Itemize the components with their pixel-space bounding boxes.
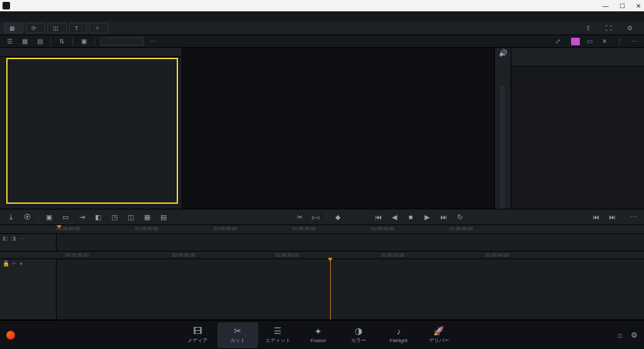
- inspector-button[interactable]: ⚙: [622, 23, 640, 33]
- page-cut-icon: ✂: [234, 326, 242, 336]
- viewer-canvas[interactable]: [182, 48, 494, 209]
- track-tool-3-icon[interactable]: ↔: [19, 235, 25, 241]
- view-strip-icon[interactable]: ▤: [34, 36, 45, 47]
- home-button[interactable]: ⌂: [618, 331, 622, 340]
- transport-next-icon[interactable]: ⏭: [438, 213, 449, 221]
- page-fairlight[interactable]: ♪Fairlight: [379, 323, 419, 348]
- transport-rev-icon[interactable]: ◀: [389, 213, 400, 221]
- tool-append-icon[interactable]: ▭: [60, 213, 71, 221]
- options-icon[interactable]: ⋯: [148, 36, 159, 47]
- ruler-mark: 01:00:00:00: [292, 226, 316, 231]
- page-cut-label: カット: [230, 337, 245, 344]
- page-media-icon: 🎞: [193, 326, 202, 336]
- track-tool-2-icon[interactable]: ◨: [11, 235, 16, 241]
- tab-mediapool[interactable]: ▦: [4, 23, 23, 33]
- view-thumb-icon[interactable]: ▦: [19, 36, 30, 47]
- inspector-empty-text: [511, 67, 644, 209]
- page-deliver-icon: 🚀: [433, 326, 444, 336]
- tool-markers-icon[interactable]: ◆: [332, 213, 343, 221]
- minimize-button[interactable]: —: [602, 3, 609, 9]
- page-edit[interactable]: ☰エディット: [258, 323, 298, 348]
- timeline-ruler-upper[interactable]: 01:00:00:0001:00:00:0001:00:00:0001:00:0…: [0, 225, 644, 234]
- quick-export-button[interactable]: ⇪: [580, 23, 598, 33]
- tab-syncbin[interactable]: ⟳: [26, 23, 45, 33]
- transport-jumpend-icon[interactable]: ⏭: [606, 213, 618, 221]
- app-icon: [3, 2, 10, 9]
- inspector-panel: [511, 48, 644, 209]
- ruler2-mark: 00:59:58:00: [172, 253, 195, 257]
- workspace-tab-strip: ▦ ⟳ ◫ T ✧ ⇪ ⛶ ⚙: [0, 21, 644, 35]
- playhead[interactable]: [330, 259, 331, 319]
- page-nav: 🎞メディア✂カット☰エディット✦Fusion◑カラー♪Fairlight🚀デリバ…: [0, 320, 644, 349]
- export-icon: ⇪: [586, 25, 591, 31]
- media-pool-header[interactable]: [0, 48, 182, 57]
- tool-source-icon[interactable]: ◫: [125, 213, 136, 221]
- ruler-mark: 01:00:00:00: [57, 226, 80, 231]
- tab-effects[interactable]: ✧: [89, 23, 108, 33]
- ruler-mark: 01:00:00:00: [450, 226, 473, 231]
- page-fairlight-icon: ♪: [396, 326, 401, 336]
- tool-split-icon[interactable]: ✂: [294, 213, 305, 221]
- tool-replace-icon[interactable]: ▤: [158, 213, 169, 221]
- volume-icon[interactable]: 🔊: [499, 49, 508, 57]
- view-list-icon[interactable]: ☰: [4, 36, 15, 47]
- ruler2-mark: 01:00:00:00: [275, 253, 299, 257]
- inspector-icon: ⚙: [627, 25, 633, 31]
- effects-icon: ✧: [95, 25, 100, 31]
- track-enable-icon[interactable]: ●: [19, 260, 23, 267]
- track-lock-icon[interactable]: 🔒: [3, 260, 9, 267]
- transport-stop-icon[interactable]: ■: [405, 213, 416, 221]
- page-fairlight-label: Fairlight: [390, 338, 408, 343]
- os-titlebar: — ☐ ✕: [0, 0, 644, 11]
- tool-closeup-icon[interactable]: ◧: [92, 213, 104, 221]
- menu-dots-icon[interactable]: ⋮: [614, 36, 625, 47]
- upper-track-body[interactable]: [57, 234, 644, 251]
- ruler-mark: 01:00:00:00: [371, 226, 394, 231]
- lower-track-body[interactable]: [57, 259, 644, 319]
- transport-jumpstart-icon[interactable]: ⏮: [590, 213, 601, 221]
- safe-area-icon[interactable]: ▭: [584, 36, 595, 47]
- timeline-options-icon[interactable]: ⋯: [628, 213, 639, 221]
- close-button[interactable]: ✕: [635, 3, 641, 9]
- tool-import-icon[interactable]: ⤓: [5, 213, 16, 221]
- mediapool-icon: ▦: [9, 25, 15, 31]
- guides-icon[interactable]: ✕: [599, 36, 610, 47]
- search-input[interactable]: [100, 37, 144, 46]
- page-color[interactable]: ◑カラー: [338, 323, 379, 348]
- project-settings-button[interactable]: ⚙: [631, 331, 638, 340]
- sort-icon[interactable]: ⇅: [56, 36, 67, 47]
- page-cut[interactable]: ✂カット: [218, 323, 258, 348]
- tool-dissolve-icon[interactable]: ▹◃: [310, 213, 321, 221]
- media-pool-droparea[interactable]: [0, 57, 182, 209]
- maximize-button[interactable]: ☐: [619, 3, 625, 9]
- track-tool-1-icon[interactable]: ◧: [3, 235, 8, 241]
- page-fusion[interactable]: ✦Fusion: [298, 323, 338, 348]
- page-media[interactable]: 🎞メディア: [177, 323, 218, 348]
- view-grid-icon[interactable]: ▣: [78, 36, 89, 47]
- timeline-ruler-lower[interactable]: 00:59:56:0000:59:58:0001:00:00:0001:00:0…: [0, 252, 644, 259]
- audio-meter-lane: 🔊: [494, 48, 511, 209]
- page-deliver[interactable]: 🚀デリバー: [419, 323, 459, 348]
- tab-transitions[interactable]: ◫: [47, 23, 67, 33]
- tab-titles[interactable]: T: [69, 23, 87, 33]
- clip-color-swatch[interactable]: [571, 38, 580, 45]
- zoom-fit-icon[interactable]: ⤢: [552, 36, 564, 47]
- track-header-v1: 🔒 ✂ ●: [0, 259, 57, 319]
- track-header-tools: ◧ ◨ ↔: [0, 234, 57, 251]
- fullscreen-button[interactable]: ⛶: [601, 23, 619, 33]
- viewer-panel: 🔊: [182, 48, 511, 209]
- track-cut-icon[interactable]: ✂: [12, 260, 17, 267]
- tool-smartinsert-icon[interactable]: ▣: [43, 213, 55, 221]
- transport-prev-icon[interactable]: ⏮: [372, 213, 384, 221]
- transport-play-icon[interactable]: ▶: [421, 213, 433, 221]
- transport-loop-icon[interactable]: ↻: [454, 213, 465, 221]
- tool-ripple-icon[interactable]: ⇥: [76, 213, 87, 221]
- transitions-icon: ◫: [53, 25, 58, 31]
- more-icon[interactable]: ⋯: [629, 36, 640, 47]
- tool-overwrite-icon[interactable]: ▦: [142, 213, 153, 221]
- titles-icon: T: [75, 25, 79, 31]
- ruler-mark: 01:00:00:00: [135, 226, 158, 231]
- tool-placeon-icon[interactable]: ◳: [109, 213, 120, 221]
- tool-record-icon[interactable]: ⦿: [21, 213, 33, 221]
- syncbin-icon: ⟳: [31, 25, 36, 31]
